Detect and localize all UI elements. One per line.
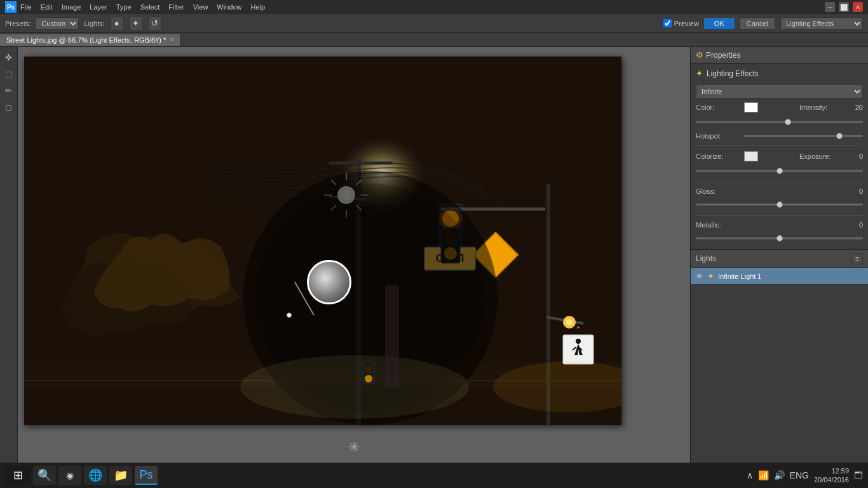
intensity-slider-track[interactable] (696, 118, 863, 126)
menu-edit[interactable]: Edit (41, 3, 53, 11)
eraser-tool-icon[interactable]: ◻ (1, 99, 17, 114)
properties-header-icon: ⚙ (696, 50, 703, 60)
lights-collapse-button[interactable]: ≡ (851, 253, 863, 264)
lighting-effects-title: Lighting Effects (707, 69, 759, 78)
divider-3 (696, 215, 863, 216)
taskbar-up-arrow-icon[interactable]: ∧ (747, 470, 753, 480)
svg-point-41 (365, 375, 372, 383)
menu-window[interactable]: Window (217, 3, 241, 11)
light-item-name: Infinite Light 1 (718, 273, 762, 280)
intensity-slider-row (696, 116, 863, 128)
lights-section: Lights ≡ 👁 ✦ Infinite Light 1 (691, 249, 868, 471)
lighting-effects-icon: ✦ (696, 69, 703, 78)
gloss-value: 0 (848, 187, 863, 195)
minimize-button[interactable]: ─ (825, 2, 835, 12)
metallic-slider-thumb[interactable] (776, 235, 783, 241)
light-endpoint-dot[interactable] (287, 313, 292, 318)
close-button[interactable]: ✕ (853, 2, 863, 12)
lights-label: Lights: (84, 20, 104, 27)
lights-section-header: Lights ≡ (691, 250, 868, 268)
light-visibility-icon[interactable]: 👁 (696, 272, 703, 281)
taskbar-chrome-icon[interactable]: 🌐 (84, 466, 107, 485)
gloss-label: Gloss: (696, 187, 740, 195)
properties-content: ✦ Lighting Effects Infinite Point Spot C… (691, 64, 868, 249)
canvas-area: СТОП (18, 47, 690, 471)
gloss-row: Gloss: 0 (696, 187, 863, 195)
light-type-button[interactable]: ✦ (129, 17, 143, 30)
metallic-slider-track[interactable] (696, 234, 863, 243)
toolbar-right: Preview OK Cancel Lighting Effects (663, 17, 863, 30)
menu-image[interactable]: Image (62, 3, 81, 11)
intensity-slider-thumb[interactable] (785, 119, 791, 125)
menu-type[interactable]: Type (116, 3, 132, 11)
metallic-label: Metallic: (696, 221, 740, 229)
menu-select[interactable]: Select (140, 3, 160, 11)
properties-panel-header: ⚙ Properties (691, 47, 868, 64)
restore-button[interactable]: ⬜ (839, 2, 849, 12)
hotspot-slider-thumb[interactable] (836, 133, 843, 139)
system-clock[interactable]: 12:59 20/04/2016 (814, 466, 849, 485)
menu-file[interactable]: File (20, 3, 32, 11)
taskbar-explorer-icon[interactable]: 📁 (109, 466, 132, 485)
light-type-icon: ✦ (707, 271, 714, 281)
toolbar-row: Presets: Custom Default Lights: ● ✦ ↺ Pr… (0, 14, 868, 33)
svg-point-29 (566, 319, 573, 325)
taskbar-network-icon[interactable]: 📶 (758, 470, 769, 480)
gloss-slider-track[interactable] (696, 200, 863, 209)
title-bar-menus: File Edit Image Layer Type Select Filter… (20, 3, 265, 11)
ok-button[interactable]: OK (704, 18, 735, 29)
doc-tab-close[interactable]: × (170, 36, 173, 43)
exposure-slider-track[interactable] (696, 166, 863, 175)
cancel-button[interactable]: Cancel (740, 17, 775, 30)
doc-tab-bar: Street Lights.jpg @ 66.7% (Light Effects… (0, 33, 868, 47)
menu-help[interactable]: Help (250, 3, 265, 11)
hotspot-row: Hotspot: (696, 132, 863, 140)
taskbar-right: ∧ 📶 🔊 ENG 12:59 20/04/2016 🗔 (747, 466, 863, 485)
metallic-value: 0 (848, 221, 863, 229)
properties-panel: ⚙ Properties ✦ Lighting Effects Infinite… (690, 47, 868, 471)
light-control-handle[interactable] (307, 260, 351, 304)
preview-checkbox[interactable] (663, 19, 672, 27)
clock-time: 12:59 (814, 466, 849, 475)
lighting-effects-select[interactable]: Lighting Effects (780, 17, 863, 30)
colorize-swatch[interactable] (744, 151, 758, 161)
ps-logo-icon: Ps (5, 1, 17, 13)
taskbar: ⊞ 🔍 ◉ 🌐 📁 Ps ∧ 📶 🔊 ENG 12:59 20/04/2016 … (0, 463, 868, 488)
scene-svg: СТОП (24, 57, 621, 425)
menu-layer[interactable]: Layer (90, 3, 107, 11)
add-light-button[interactable]: ● (110, 17, 124, 30)
color-swatch[interactable] (744, 102, 758, 112)
divider-2 (696, 182, 863, 182)
title-bar: Ps File Edit Image Layer Type Select Fil… (0, 0, 868, 14)
preview-label: Preview (674, 20, 699, 27)
taskbar-volume-icon[interactable]: 🔊 (774, 470, 785, 480)
properties-panel-title: Properties (706, 51, 741, 60)
color-label: Color: (696, 104, 740, 111)
gloss-slider-thumb[interactable] (776, 201, 783, 208)
taskbar-search-icon[interactable]: 🔍 (33, 466, 56, 485)
taskbar-notification-icon[interactable]: 🗔 (854, 470, 863, 480)
doc-tab[interactable]: Street Lights.jpg @ 66.7% (Light Effects… (0, 34, 180, 46)
menu-view[interactable]: View (193, 3, 208, 11)
gloss-slider-row (696, 199, 863, 210)
light-item[interactable]: 👁 ✦ Infinite Light 1 (691, 268, 868, 285)
select-tool-icon[interactable]: ⬚ (1, 66, 17, 81)
presets-select[interactable]: Custom Default (36, 17, 79, 30)
light-type-select[interactable]: Infinite Point Spot (696, 85, 863, 98)
reset-light-button[interactable]: ↺ (148, 17, 162, 30)
presets-label: Presets: (5, 20, 31, 27)
sun-starburst-icon[interactable]: ✳ (348, 439, 360, 456)
menu-filter[interactable]: Filter (168, 3, 184, 11)
colorize-exposure-row: Colorize: Exposure: 0 (696, 151, 863, 161)
main-area: ✜ ⬚ ✏ ◻ (0, 47, 868, 471)
taskbar-cortana-icon[interactable]: ◉ (58, 466, 81, 485)
taskbar-lang-icon[interactable]: ENG (790, 470, 809, 480)
exposure-slider-thumb[interactable] (776, 168, 783, 174)
move-tool-icon[interactable]: ✜ (1, 50, 17, 65)
brush-tool-icon[interactable]: ✏ (1, 83, 17, 98)
taskbar-ps-icon[interactable]: Ps (135, 466, 158, 485)
start-button[interactable]: ⊞ (5, 466, 31, 485)
hotspot-slider-track[interactable] (744, 132, 863, 140)
clock-date: 20/04/2016 (814, 475, 849, 484)
exposure-slider-row (696, 165, 863, 177)
